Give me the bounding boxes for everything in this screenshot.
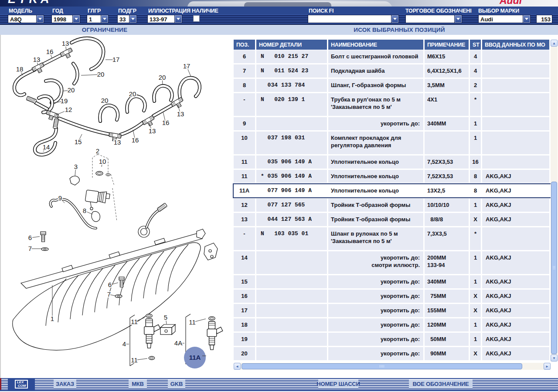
toolbar: МОДЕЛЬA8QГОД1998ГЛГР1ПОДГР33ИЛЛЮСТРАЦИЯ1… [0,7,558,25]
button-chassis-number[interactable]: НОМЕР ШАССИ [318,380,358,388]
dropdown-model[interactable]: A8Q [8,15,44,23]
arrow-down-icon: ▼ [552,356,556,360]
cell-st: 1 [470,251,481,274]
cell-pos: 13 [234,213,255,226]
cell-model: AKG,AKJ [482,290,549,303]
cell-num: 037 198 031 [256,132,327,154]
dropdown-arrow-icon[interactable] [72,15,80,23]
table-row[interactable]: 13 044 127 563 AТройник Т-образной формы… [234,213,551,226]
etka-window: ETKA Audi МОДЕЛЬA8QГОД1998ГЛГР1ПОДГР33ИЛ… [0,0,558,392]
callout-label: 4A [174,339,182,347]
column-header: НАИМЕНОВАНИЕ [328,40,423,50]
callout-label: 3 [74,163,78,170]
cell-st: 16 [470,155,481,169]
dropdown-trade-designation[interactable] [405,15,462,23]
cell-model: AKG,AKJ [482,251,549,274]
dropdown-illustration[interactable]: 133-97 [147,15,182,23]
dropdown-subgroup[interactable]: 33 [117,15,137,23]
dropdown-brand-select[interactable]: Audi [478,15,531,23]
relay-box [160,324,175,335]
callout-label: 10 [99,158,106,165]
table-row[interactable]: 16укоротить до: 75MMXAKG,AKJ [234,290,551,303]
cell-pos: 9 [234,117,255,130]
table-row[interactable]: 11 035 906 149 AУплотнительное кольцо7,5… [234,155,551,169]
table-row[interactable]: 8 034 133 784Шланг, Г-образной формы3,5M… [234,79,551,92]
lexcom-logo: LEX COM [8,378,35,390]
value-result-count: 153 [536,15,552,23]
arrow-up-icon: ▲ [552,41,556,45]
cell-pos: 15 [234,275,255,288]
table-row[interactable]: 11* 035 906 149 AУплотнительное кольцо7,… [234,170,551,183]
cell-note: 7,52X3,53 [425,155,469,169]
table-row[interactable]: -N 020 139 1Трубка в рул’онах по 5 м'Зак… [234,93,551,116]
dropdown-arrow-icon[interactable] [129,15,136,23]
cell-st: 8 [470,170,481,183]
dropdown-search-fi[interactable] [308,15,399,23]
table-row[interactable]: 7N 011 524 23Подкладная шайба6,4X12,5X1,… [234,64,551,78]
cell-name: укоротить до: [328,117,423,130]
cell-note: 13X2,5 [425,184,469,197]
callout-label: 7 [28,245,32,252]
scroll-right-button[interactable]: ► [544,363,551,370]
table-row[interactable]: 15укоротить до:340MM1AKG,AKJ [234,275,551,288]
dropdown-main-group[interactable]: 1 [87,15,109,23]
dropdown-year[interactable]: 1998 [51,15,80,23]
cell-num [256,251,327,274]
scroll-left-button[interactable]: ◄ [234,363,241,370]
dropdown-arrow-icon[interactable] [36,15,44,23]
callout-label: 20 [68,86,75,94]
cell-note: 200MM133-94 [425,251,469,274]
button-order[interactable]: ЗАКАЗ [54,380,76,388]
dropdown-arrow-icon[interactable] [523,15,530,23]
horizontal-scrollbar[interactable]: ◄ ► [234,363,551,370]
scroll-down-button[interactable]: ▼ [551,355,558,362]
table-row[interactable]: 14укоротить до:смотри иллюстр.200MM133-9… [234,251,551,274]
table-row[interactable]: 17укоротить до:155MMXAKG,AKJ [234,304,551,317]
table-row[interactable]: 18укоротить до:120MM1AKG,AKJ [234,318,551,331]
table-row[interactable]: 9укоротить до:340MM1 [234,117,551,130]
dropdown-arrow-icon[interactable] [101,15,108,23]
table-row[interactable]: 20укоротить до: 90MMXAKG,AKJ [234,347,551,360]
cell-pos: 11 [234,170,255,183]
table-row[interactable]: -N 103 035 01Шланг в рулонах по 5 м'Зака… [234,227,551,250]
cell-name: Болт с шестигранной головкой [328,50,423,63]
callout-label: 16 [46,48,54,55]
button-mkb[interactable]: МКВ [129,380,147,388]
cell-num: 035 906 149 A [256,155,327,169]
checkbox-availability[interactable] [193,15,200,22]
button-gkb[interactable]: GKB [168,380,185,388]
table-row[interactable]: 12 077 127 565Тройник Т-образной формы10… [234,199,551,212]
arrow-right-icon: ► [545,365,549,368]
horizontal-scroll-thumb[interactable] [242,363,522,369]
cell-st: 1 [470,275,481,288]
table-row[interactable]: 19укоротить до: 50MM1AKG,AKJ [234,333,551,346]
toolbar-stripes [0,14,558,24]
callout-label: 13 [33,56,41,63]
table-row[interactable]: 10 037 198 031Комплект прокладок длярегу… [234,132,551,154]
cell-st: 1 [470,333,481,346]
car-windshield [244,2,331,7]
dropdown-arrow-icon[interactable] [454,15,462,23]
cell-note: 10/10/10 [425,199,469,212]
table-row[interactable]: 6N 010 215 27Болт с шестигранной головко… [234,50,551,63]
cell-num: N 011 524 23 [256,64,327,78]
cell-name: укоротить до: [328,347,423,360]
dropdown-arrow-icon[interactable] [174,15,182,23]
scroll-up-button[interactable]: ▲ [551,40,558,47]
button-trade-designation-button[interactable]: ВОЕ ОБОЗНАЧЕНИЕ [409,380,473,388]
cell-name: укоротить до: [328,304,423,317]
vertical-scrollbar[interactable]: ▲ ▼ [551,40,558,362]
table-row-selected[interactable]: 11A 077 906 149 AУплотнительное кольцо13… [234,184,551,197]
cell-model [482,64,549,78]
column-header: ST [470,40,481,50]
column-header: ПОЗ. [234,40,255,50]
cell-model: AKG,AKJ [482,275,549,288]
vertical-scroll-thumb[interactable] [551,182,557,354]
callout-label: 20 [101,97,109,104]
dropdown-value-brand-select: Audi [480,16,493,23]
callout-label: 19 [61,97,68,105]
cell-note: 7,52X3,53 [425,170,469,183]
cell-num: N 020 139 1 [256,93,327,116]
dropdown-arrow-icon[interactable] [391,15,398,23]
cell-pos: - [234,227,255,250]
